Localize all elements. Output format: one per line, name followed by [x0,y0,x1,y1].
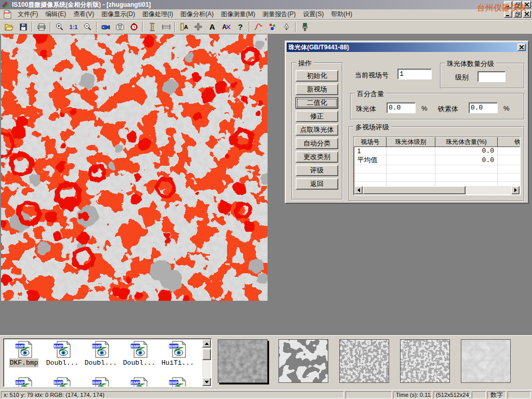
return-button[interactable]: 返回 [296,178,338,190]
thumbnail-1[interactable] [218,339,268,383]
child-restore-button[interactable] [513,10,522,18]
file-item[interactable]: Doubl... [82,341,120,367]
file-item[interactable] [82,377,120,387]
scrollbar-track[interactable] [466,186,511,194]
menu-image-display[interactable]: 图像显示(D) [98,9,139,20]
snapshot-button[interactable] [113,21,127,33]
scroll-right-button[interactable] [511,186,520,194]
scrollbar-thumb[interactable] [202,349,211,360]
level-input[interactable] [477,71,506,82]
title-bar[interactable]: IS100显微摄像系统(金相分析版) - [zhuguangti01] [0,0,532,9]
menu-settings[interactable]: 设置(S) [299,9,327,20]
calibration-button[interactable]: A [177,21,191,33]
open-icon [5,23,14,31]
toolbar-separator [175,22,176,32]
scroll-up-button[interactable] [202,339,211,348]
col-ferrite-content[interactable]: 铁素体含量(%) [498,138,521,147]
col-field-number[interactable]: 视场号 [354,138,387,147]
menu-help[interactable]: 帮助(H) [327,9,356,20]
print-button[interactable] [34,21,48,33]
zoom-in-button[interactable] [52,21,66,33]
dialog-close-button[interactable] [517,44,526,51]
menu-view[interactable]: 查看(V) [70,9,98,20]
menu-image-analysis[interactable]: 图像分析(A) [177,9,217,20]
dialog-title-bar[interactable]: 珠光体(GB/T9441-88) [287,43,527,52]
pen-button[interactable] [280,21,294,33]
col-pearlite-level[interactable]: 珠光体级别 [387,138,435,147]
metallograph-image[interactable] [1,34,268,301]
new-field-button[interactable]: 新视场 [296,84,338,95]
file-name[interactable]: Doubl... [85,359,117,367]
zoom-out-button[interactable] [81,21,95,33]
scroll-down-button[interactable] [202,378,211,386]
child-close-button[interactable] [523,10,531,18]
ferrite-percent-input[interactable] [469,102,498,113]
thumbnail-4[interactable] [400,339,450,383]
scrollbar-thumb[interactable] [363,186,466,194]
file-item[interactable] [5,377,43,387]
curve-button[interactable] [251,21,265,33]
file-item[interactable] [43,377,82,387]
col-pearlite-content[interactable]: 珠光体含量(%) [435,138,498,147]
child-minimize-button[interactable] [504,10,512,18]
brush-button[interactable] [298,21,312,33]
file-name[interactable]: DKF.bmp [10,359,38,367]
binarize-button[interactable]: 二值化 [296,97,338,109]
ruler-horizontal-button[interactable] [159,21,173,33]
thumbnail-5[interactable] [461,339,511,383]
menu-file[interactable]: 文件(F) [14,9,42,20]
file-name[interactable]: Doubl... [46,359,78,367]
restore-button[interactable] [513,1,522,8]
correct-button[interactable]: 修正 [296,111,338,122]
file-name[interactable]: HuiTi... [162,359,194,367]
bmp-file-icon [91,341,110,358]
status-bar: x: 510 y: 79 idx: 0 RGB: (174, 174, 174)… [0,390,532,399]
move-button[interactable] [191,21,205,33]
video-camera-button[interactable] [99,21,113,33]
file-item[interactable] [158,377,197,387]
file-name[interactable]: Doubl... [123,359,155,367]
change-class-button[interactable]: 更改类别 [296,151,338,163]
minimize-button[interactable] [504,1,512,8]
scrollbar-track[interactable] [202,360,211,378]
rate-button[interactable]: 评级 [296,165,338,176]
auto-classify-button[interactable]: 自动分类 [296,138,338,149]
save-button[interactable] [16,21,30,33]
pearlite-percent-input[interactable] [387,102,416,113]
file-item[interactable] [120,377,158,387]
thumbnail-3[interactable] [339,339,389,383]
rating-table[interactable]: 视场号 珠光体级别 珠光体含量(%) 铁素体含量(%) 10.0 [353,137,521,195]
file-browser[interactable]: DKF.bmp Doubl... Doubl... Doubl... HuiTi… [3,338,212,387]
init-button[interactable]: 初始化 [296,70,338,82]
text-delete-button[interactable]: A [219,21,233,33]
help-button[interactable]: ? [233,21,247,33]
table-row[interactable]: 平均值0.0 [354,155,521,165]
table-horizontal-scrollbar[interactable] [354,186,520,194]
classify-points-button[interactable] [265,21,280,33]
file-item[interactable]: Doubl... [120,341,158,367]
ruler-vertical-button[interactable] [145,21,159,33]
menu-image-measure[interactable]: 图像测量(M) [217,9,259,20]
menu-measure-report[interactable]: 测量报告(P) [259,9,299,20]
thumbnail-2[interactable] [278,339,328,383]
svg-text:A: A [222,23,227,31]
close-icon [520,45,524,49]
stopwatch-button[interactable] [127,21,141,33]
table-row[interactable]: 10.0 [354,147,521,155]
actual-size-button[interactable]: 1:1 [66,21,81,33]
toolbar-separator [50,22,51,32]
close-button[interactable] [523,1,531,8]
pick-pearlite-button[interactable]: 点取珠光体 [296,124,338,136]
current-field-input[interactable] [397,69,432,79]
percent-group-label: 百分含量 [355,89,386,99]
menu-edit[interactable]: 编辑(E) [42,9,70,20]
file-item[interactable]: Doubl... [43,341,82,367]
file-item[interactable]: HuiTi... [158,341,197,367]
document-icon[interactable]: DOC [3,10,12,19]
scroll-left-button[interactable] [354,186,363,194]
file-vertical-scrollbar[interactable] [202,339,211,386]
menu-image-process[interactable]: 图像处理(I) [139,9,177,20]
open-button[interactable] [2,21,16,33]
text-button[interactable]: A [205,21,219,33]
file-item[interactable]: DKF.bmp [5,341,43,367]
